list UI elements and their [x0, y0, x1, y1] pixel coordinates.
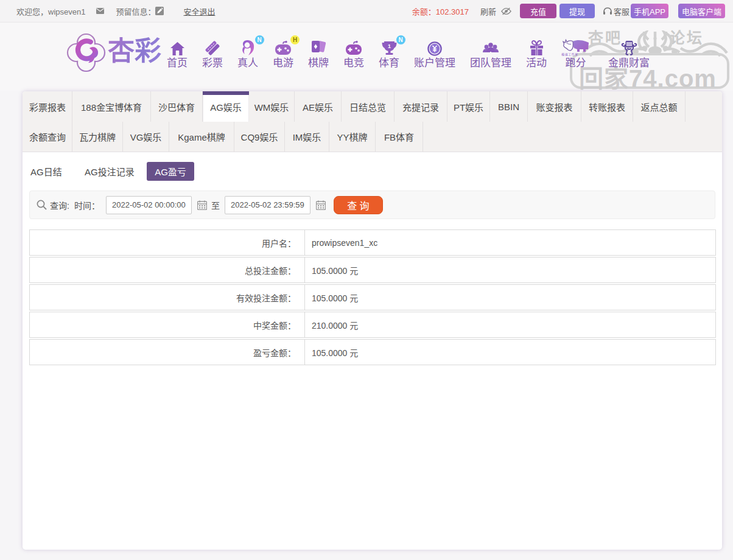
svg-text:1: 1 [387, 43, 390, 49]
svg-text:极速工作室: 极速工作室 [561, 52, 578, 57]
